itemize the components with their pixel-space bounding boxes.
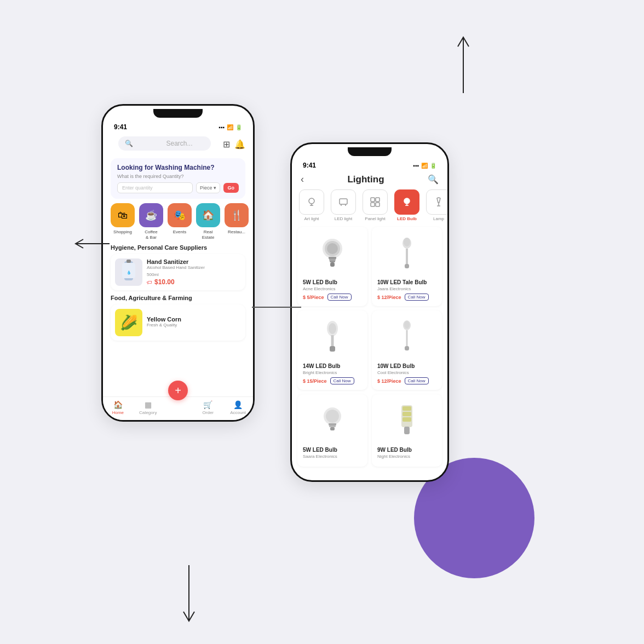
svg-point-31 (404, 238, 410, 246)
cat-shopping-label: Shopping (113, 229, 132, 235)
food-section-title: Food, Agriculture & Farming (103, 295, 253, 304)
svg-rect-44 (329, 426, 336, 427)
product-10w-tale-price: $ 12/Piece (377, 295, 401, 300)
product-10w-tale[interactable]: 10W LED Tale Bulb Jaara Electronics $ 12… (372, 227, 442, 306)
cat-shopping-icon: 🛍 (111, 203, 135, 227)
product-9w-brand: Night Electronics (377, 454, 436, 459)
chevron-down-icon: ▾ (214, 185, 216, 191)
product-5w-image (303, 232, 362, 276)
product-10w-bulb[interactable]: 10W LED Bulb Cool Electronics $ 12/Piece… (372, 311, 442, 390)
battery-icon: 🔋 (235, 124, 242, 130)
svg-rect-49 (403, 417, 411, 422)
svg-rect-47 (403, 406, 411, 411)
cat-restaurant[interactable]: 🍴 Restau... (225, 203, 249, 240)
signal-icon: ▪▪▪ (219, 124, 225, 130)
svg-rect-5 (127, 260, 131, 263)
product-5w-saara[interactable]: 5W LED Bulb Saara Electronics (297, 394, 367, 467)
cat-events[interactable]: 🎭 Events (168, 203, 192, 240)
svg-point-39 (404, 321, 410, 329)
lighting-header: ‹ Lighting 🔍 (292, 171, 447, 189)
unit-select[interactable]: Piece ▾ (196, 182, 220, 193)
lamp-icon (426, 189, 447, 215)
product-5w-saara-name: 5W LED Bulb (303, 447, 362, 453)
food-product-desc: Fresh & Quality (147, 323, 241, 327)
svg-rect-43 (329, 423, 336, 426)
svg-rect-28 (330, 262, 335, 267)
svg-rect-48 (403, 412, 411, 416)
product-5w-led[interactable]: 5W LED Bulb Acne Electronics $ 5/Piece C… (297, 227, 367, 306)
corn-image: 🌽 (115, 309, 142, 336)
product-9w-led[interactable]: 9W LED Bulb Night Electronics (372, 394, 442, 467)
cat-coffee-label: Coffee& Bar (145, 229, 157, 240)
status-time-2: 9:41 (303, 162, 316, 169)
nav-home[interactable]: 🏠 Home (103, 400, 133, 416)
bell-icon[interactable]: 🔔 (234, 139, 245, 150)
quantity-input[interactable]: Enter quantity (117, 182, 193, 193)
product-9w-image (377, 400, 436, 444)
product-5w-saara-brand: Saara Electronics (303, 454, 362, 459)
cat-shopping[interactable]: 🛍 Shopping (111, 203, 135, 240)
cat-panel-light[interactable]: Panel light (361, 189, 389, 221)
nav-category-label: Category (139, 410, 157, 415)
product-10w-tale-call[interactable]: Call Now (405, 294, 429, 301)
phone-lighting: 9:41 ▪▪▪ 📶 🔋 ‹ Lighting 🔍 Art light (290, 142, 449, 482)
cat-coffee[interactable]: ☕ Coffee& Bar (139, 203, 163, 240)
signal-icon-2: ▪▪▪ (413, 163, 419, 169)
nav-category[interactable]: ▦ Category (133, 400, 163, 416)
arrow-left (71, 235, 115, 254)
cat-lamp[interactable]: Lamp (424, 189, 447, 221)
hygiene-section-title: Hygiene, Personal Care Suppliers (103, 244, 253, 254)
product-14w-call[interactable]: Call Now (330, 377, 354, 384)
svg-rect-10 (340, 199, 347, 204)
cat-art-light[interactable]: Art light (297, 189, 326, 221)
product-10w-call[interactable]: Call Now (405, 377, 429, 384)
hygiene-product-name: Hand Sanitizer (147, 258, 241, 265)
wifi-icon-2: 📶 (421, 163, 428, 169)
product-10w-tale-name: 10W LED Tale Bulb (377, 279, 436, 285)
food-product-card[interactable]: 🌽 Yellow Corn Fresh & Quality (111, 304, 245, 341)
product-5w-call[interactable]: Call Now (327, 294, 352, 301)
product-14w-name: 14W LED Bulb (303, 363, 362, 369)
home-nav-icon: 🏠 (113, 400, 123, 409)
svg-rect-36 (330, 346, 335, 352)
product-5w-price: $ 5/Piece (303, 295, 324, 300)
svg-point-34 (329, 323, 336, 334)
search-placeholder: Search... (166, 140, 205, 147)
cat-led-bulb[interactable]: LED Bulb (393, 189, 421, 221)
hygiene-product-sub: 500ml (147, 272, 241, 277)
cat-realestate[interactable]: 🏠 RealEstate (196, 203, 220, 240)
grid-icon[interactable]: ⊞ (223, 139, 230, 150)
product-5w-brand: Acne Electronics (303, 286, 362, 291)
nav-order[interactable]: 🛒 Order (193, 400, 223, 416)
arrow-down (178, 560, 200, 628)
product-10w-brand: Cool Electronics (377, 370, 436, 375)
lighting-categories: Art light LED light Panel light LED Bulb (292, 189, 447, 227)
search-icon-2[interactable]: 🔍 (428, 174, 439, 185)
status-bar-1: 9:41 ▪▪▪ 📶 🔋 (103, 119, 253, 133)
svg-rect-45 (330, 427, 335, 430)
product-14w-led[interactable]: 14W LED Bulb Bright Electronics $ 15/Pie… (297, 311, 367, 390)
panel-light-icon (363, 189, 388, 215)
go-button[interactable]: Go (223, 183, 239, 193)
svg-rect-27 (330, 261, 335, 262)
hygiene-product-card[interactable]: 💧 Hand Sanitizer Alcohol Based Hand Sani… (111, 254, 245, 290)
notch-1 (153, 109, 203, 118)
nav-placeholder (163, 400, 193, 416)
product-10w-price: $ 12/Piece (377, 378, 401, 384)
search-bar[interactable]: 🔍 Search... (118, 136, 211, 151)
cat-realestate-label: RealEstate (202, 229, 215, 240)
product-14w-brand: Bright Electronics (303, 370, 362, 375)
art-light-icon (299, 189, 324, 215)
nav-account[interactable]: 👤 Account (223, 400, 253, 416)
connector-line (252, 307, 301, 308)
svg-rect-32 (405, 264, 409, 268)
product-10w-name: 10W LED Bulb (377, 363, 436, 369)
svg-point-7 (309, 198, 314, 204)
fab-button[interactable]: + (168, 381, 188, 400)
cat-restaurant-icon: 🍴 (225, 203, 249, 227)
food-product-info: Yellow Corn Fresh & Quality (147, 316, 241, 330)
cat-events-icon: 🎭 (168, 203, 192, 227)
svg-rect-50 (404, 427, 410, 434)
svg-rect-13 (371, 198, 375, 202)
cat-led-light[interactable]: LED light (329, 189, 358, 221)
